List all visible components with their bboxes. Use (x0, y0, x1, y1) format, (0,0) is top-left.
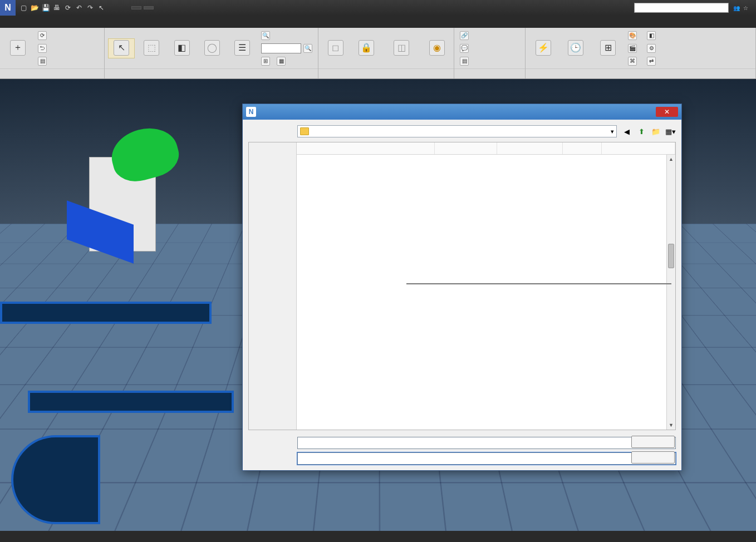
panel-title-projekt[interactable] (0, 68, 104, 78)
qat-redo-icon[interactable]: ↷ (86, 3, 95, 12)
timeliner-button[interactable]: 🕒 (561, 39, 590, 58)
group-icon: ⊞ (261, 57, 270, 66)
anfuegen-button[interactable]: ＋ (3, 39, 32, 58)
panel-title-extras (526, 68, 755, 78)
infocenter-icon[interactable]: 👥 (733, 5, 740, 11)
unhide-icon: ◉ (429, 40, 445, 56)
vergleichen-button[interactable]: ⇄ (645, 55, 660, 67)
chevron-down-icon[interactable]: ▾ (611, 128, 614, 135)
file-scrollbar[interactable]: ▲ ▼ (666, 155, 675, 430)
viewmenu-icon[interactable]: ▦▾ (665, 126, 676, 137)
col-name[interactable] (297, 142, 435, 154)
auswaehlen-button[interactable]: ↖ (108, 38, 135, 58)
refresh-icon: ⟳ (38, 31, 47, 40)
auswahl-speichern-button: ⬚ (138, 39, 165, 58)
conveyor-curve (11, 435, 100, 524)
help-search-input[interactable] (634, 3, 729, 13)
col-date[interactable] (435, 142, 497, 154)
animator-button[interactable]: 🎬 (626, 42, 641, 55)
newfolder-icon[interactable]: 📁 (650, 126, 661, 137)
panel-projekt: ＋ ⟳ ⮌ ▤ (0, 28, 105, 78)
col-type[interactable] (497, 142, 563, 154)
dateioptionen-button[interactable]: ▤ (36, 55, 51, 67)
dialog-titlebar[interactable]: N ✕ (243, 104, 681, 120)
ribbon-tabs (0, 16, 756, 28)
document-tabs (131, 6, 154, 9)
scroll-thumb[interactable] (668, 244, 674, 268)
places-bar (249, 142, 297, 430)
filter-icon[interactable]: ▦ (277, 57, 286, 66)
panel-title-auswaehlen[interactable] (105, 68, 318, 78)
filetype-combo[interactable]: ▼ (297, 452, 676, 465)
verdecken-button: ◻ (322, 39, 349, 58)
search-go-icon[interactable]: 🔍 (303, 44, 312, 53)
qat-save-icon[interactable]: 💾 (41, 3, 50, 12)
clash-detective-button[interactable]: ⚡ (529, 39, 558, 58)
attach-icon: ＋ (10, 40, 26, 56)
help-search (634, 3, 729, 13)
elemente-suchen-button[interactable]: 🔍 (259, 29, 315, 42)
qat-undo-icon[interactable]: ↶ (75, 3, 84, 12)
scroll-up-icon[interactable]: ▲ (667, 155, 675, 164)
panel-title-sichtbarkeit (318, 68, 454, 78)
panel-sichtbarkeit: ◻ 🔒 ◫ ◉ (318, 28, 454, 78)
zuruecksetzen-button[interactable]: ⮌ (36, 42, 51, 55)
select-same-icon: ◯ (204, 40, 220, 56)
file-list: ▲ ▼ (297, 142, 675, 430)
quantification-button[interactable]: ⊞ (593, 39, 622, 58)
robot-model (89, 157, 156, 252)
hide-unselected-icon: ◫ (394, 40, 409, 56)
save-selection-icon: ⬚ (144, 40, 159, 56)
props-icon: ▤ (460, 57, 469, 66)
alle-einblenden-button[interactable]: ◉ (423, 39, 450, 58)
back-icon[interactable]: ◀ (621, 126, 632, 137)
hide-icon: ◻ (328, 40, 343, 56)
qat-select-icon[interactable]: ↖ (97, 3, 106, 12)
qat-refresh-icon[interactable]: ⟳ (63, 3, 72, 12)
render-icon: 🎨 (628, 31, 637, 40)
dialog-app-icon: N (246, 107, 256, 117)
lookin-combo[interactable]: ▾ (297, 125, 617, 137)
document-tab[interactable] (144, 6, 154, 9)
alles-auswaehlen-button[interactable]: ◧ (169, 39, 195, 58)
app-logo[interactable]: N (0, 0, 16, 16)
auswahlstruktur-button[interactable]: ☰ (229, 39, 256, 58)
filetype-dropdown[interactable] (406, 283, 671, 284)
qat-print-icon[interactable]: 🖶 (52, 3, 61, 12)
conveyor-1 (0, 302, 212, 324)
conveyor-2 (28, 391, 234, 413)
verknuepfungen-button[interactable]: 🔗 (458, 29, 473, 42)
appearance-icon: ◧ (647, 31, 656, 40)
compare-icon: ⇄ (647, 57, 656, 66)
dropdown-scrollbar[interactable] (662, 284, 671, 284)
eigenschaften-button[interactable]: ▤ (458, 55, 473, 67)
file-list-header[interactable] (297, 142, 675, 155)
cursor-icon: ↖ (114, 40, 129, 56)
col-size[interactable] (563, 142, 602, 154)
file-options-icon: ▤ (38, 57, 47, 66)
app-title-tab[interactable] (131, 6, 141, 9)
statusbar (0, 531, 756, 542)
qat-new-icon[interactable]: ▢ (19, 3, 28, 12)
scroll-down-icon[interactable]: ▼ (667, 421, 675, 430)
autodesk-rendering-button[interactable]: 🎨 (626, 29, 641, 42)
ribbon: ＋ ⟳ ⮌ ▤ ↖ ⬚ ◧ (0, 28, 756, 79)
schnelleigenschaften-button[interactable]: 💬 (458, 42, 473, 55)
qat-open-icon[interactable]: 📂 (30, 3, 39, 12)
gleiche-auswaehlen-button: ◯ (199, 39, 225, 58)
appearance-button[interactable]: ◧ (645, 29, 660, 42)
up-icon[interactable]: ⬆ (636, 126, 647, 137)
batch-utility-button[interactable]: ⚙ (645, 42, 660, 55)
folder-icon (300, 127, 309, 135)
gruppen-button[interactable]: ⊞▦ (259, 55, 315, 67)
filename-combo[interactable]: ▼ (297, 437, 676, 449)
schnellsuche-input[interactable] (261, 43, 301, 53)
aktualisieren-button[interactable]: ⟳ (36, 29, 51, 42)
cancel-button[interactable] (631, 451, 675, 464)
panel-auswaehlen: ↖ ⬚ ◧ ◯ ☰ 🔍 🔍 ⊞▦ (105, 28, 318, 78)
signin-icon[interactable]: ☆ (743, 5, 748, 11)
dialog-close-button[interactable]: ✕ (656, 107, 678, 117)
open-button[interactable] (631, 436, 675, 448)
scripter-button[interactable]: ⌘ (626, 55, 641, 67)
panel-anzeige: 🔗 💬 ▤ (454, 28, 526, 78)
